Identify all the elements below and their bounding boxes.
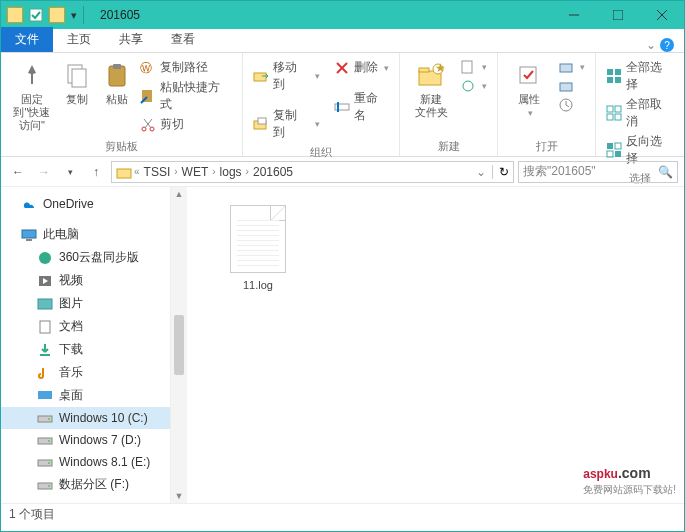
cut-button[interactable]: 剪切 [140,116,232,133]
nav-item[interactable]: 下载 [1,338,170,361]
qat-item[interactable] [29,8,43,22]
svg-rect-37 [615,106,621,112]
nav-item[interactable]: 360云盘同步版 [1,246,170,269]
open-button[interactable]: ▾ [558,59,585,75]
explorer-body: OneDrive 此电脑 360云盘同步版视频图片文档下载音乐桌面Windows… [1,187,684,503]
paste-button[interactable]: 粘贴 [99,57,135,110]
svg-rect-44 [117,169,131,178]
tab-file[interactable]: 文件 [1,27,53,52]
nav-item[interactable]: 文档 [1,315,170,338]
svg-rect-45 [22,230,36,238]
folder-icon [116,164,132,180]
copy-button[interactable]: 复制 [59,57,95,110]
nav-icon [37,454,53,470]
ribbon-collapse[interactable]: ⌄ ? [636,38,684,52]
help-icon[interactable]: ? [660,38,674,52]
nav-item[interactable]: 桌面 [1,384,170,407]
nav-item[interactable]: Windows 10 (C:) [1,407,170,429]
svg-point-27 [463,81,473,91]
paste-shortcut-button[interactable]: 粘贴快捷方式 [140,79,232,113]
edit-button[interactable] [558,78,585,94]
svg-rect-17 [258,118,266,124]
up-button[interactable]: ↑ [85,161,107,183]
maximize-button[interactable] [596,1,640,29]
close-button[interactable] [640,1,684,29]
file-list[interactable]: 11.log aspku.com 免费网站源码下载站! [187,187,684,503]
titlebar: ▾ 201605 [1,1,684,29]
history-button[interactable] [558,97,585,113]
svg-line-14 [144,119,151,128]
svg-rect-50 [38,299,52,309]
move-to-button[interactable]: 移动到▾ [253,59,320,93]
minimize-button[interactable] [552,1,596,29]
svg-rect-51 [40,321,50,333]
copy-to-button[interactable]: 复制到▾ [253,107,320,141]
address-bar: ← → ▾ ↑ « TSSI› WET› logs› 201605 ⌄ ↻ 搜索… [1,157,684,187]
nav-item[interactable]: 数据分区 (F:) [1,473,170,496]
tab-home[interactable]: 主页 [53,27,105,52]
nav-this-pc[interactable]: 此电脑 [1,223,170,246]
delete-button[interactable]: 删除▾ [334,59,390,76]
refresh-button[interactable]: ↻ [499,165,509,179]
nav-item[interactable]: 图片 [1,292,170,315]
new-item-button[interactable]: ▾ [460,59,487,75]
nav-icon [37,250,53,266]
svg-rect-39 [615,114,621,120]
ribbon-tabs: 文件 主页 共享 查看 ⌄ ? [1,29,684,53]
nav-icon [37,296,53,312]
svg-rect-28 [520,67,536,83]
svg-rect-8 [113,64,121,69]
folder-icon[interactable] [7,7,23,23]
svg-rect-33 [615,69,621,75]
copy-path-button[interactable]: Ⓦ复制路径 [140,59,232,76]
nav-item[interactable]: 视频 [1,269,170,292]
select-none-button[interactable]: 全部取消 [606,96,674,130]
tab-share[interactable]: 共享 [105,27,157,52]
svg-rect-32 [607,69,613,75]
svg-rect-38 [607,114,613,120]
folder-icon[interactable] [49,7,65,23]
properties-button[interactable]: 属性 ▾ [506,57,552,122]
svg-rect-46 [26,239,32,241]
nav-onedrive[interactable]: OneDrive [1,193,170,215]
ribbon-group-clipboard: 固定到"快速访问" 复制 粘贴 Ⓦ复制路径 粘贴快捷方式 剪切 剪贴板 [1,53,243,156]
breadcrumb[interactable]: « TSSI› WET› logs› 201605 ⌄ ↻ [111,161,514,183]
svg-rect-42 [607,151,613,157]
nav-scrollbar[interactable]: ▲▼ [171,187,187,503]
search-input[interactable]: 搜索"201605" 🔍 [518,161,678,183]
tab-view[interactable]: 查看 [157,27,209,52]
nav-item[interactable]: Windows 7 (D:) [1,429,170,451]
easy-access-button[interactable]: ▾ [460,78,487,94]
svg-rect-29 [560,64,572,72]
svg-rect-0 [30,9,42,21]
qat-overflow[interactable]: ▾ [71,9,77,22]
nav-item[interactable]: Windows 8.1 (E:) [1,451,170,473]
ribbon: 固定到"快速访问" 复制 粘贴 Ⓦ复制路径 粘贴快捷方式 剪切 剪贴板 移动到▾… [1,53,684,157]
ribbon-group-open: 属性 ▾ ▾ 打开 [498,53,596,156]
svg-point-47 [39,252,51,264]
nav-pane[interactable]: OneDrive 此电脑 360云盘同步版视频图片文档下载音乐桌面Windows… [1,187,171,503]
select-all-button[interactable]: 全部选择 [606,59,674,93]
svg-point-61 [48,485,50,487]
search-icon: 🔍 [658,165,673,179]
nav-item[interactable]: 音乐 [1,361,170,384]
svg-point-59 [48,462,50,464]
back-button[interactable]: ← [7,161,29,183]
svg-rect-2 [613,10,623,20]
history-dropdown[interactable]: ⌄ [476,165,486,179]
forward-button[interactable]: → [33,161,55,183]
svg-rect-6 [72,69,86,87]
nav-icon [37,477,53,493]
svg-rect-26 [462,61,472,73]
rename-button[interactable]: 重命名 [334,90,390,124]
new-folder-button[interactable]: ★ 新建 文件夹 [408,57,454,123]
recent-button[interactable]: ▾ [59,161,81,183]
svg-point-55 [48,418,50,420]
svg-rect-43 [615,151,621,157]
file-item[interactable]: 11.log [215,205,301,485]
ribbon-group-new: ★ 新建 文件夹 ▾ ▾ 新建 [400,53,498,156]
nav-icon [37,388,53,404]
pin-quick-access-button[interactable]: 固定到"快速访问" [9,57,55,136]
file-icon [230,205,286,273]
quick-access-toolbar: ▾ [1,6,90,24]
